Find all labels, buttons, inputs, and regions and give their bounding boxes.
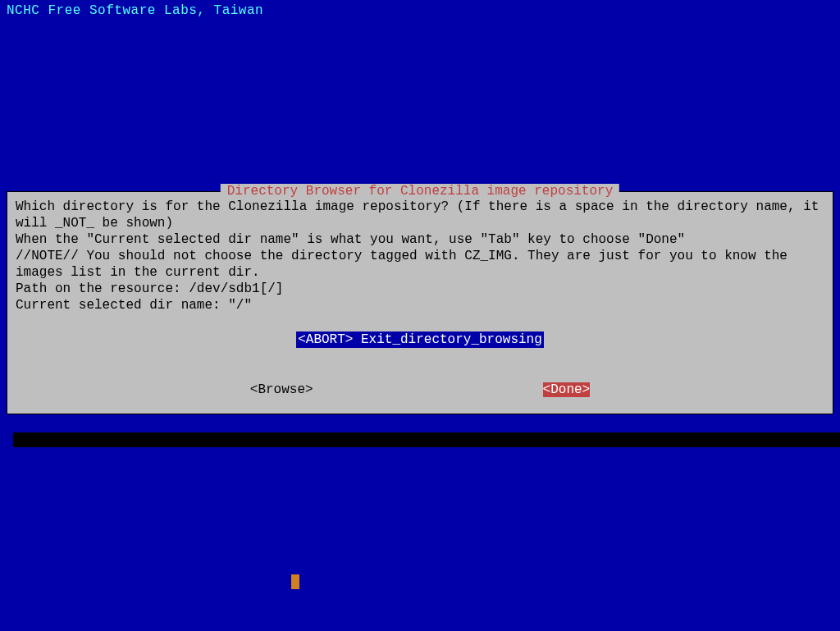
dialog-text-line5: Current selected dir name: "/" bbox=[16, 297, 824, 313]
dialog-title: Directory Browser for Clonezilla image r… bbox=[221, 184, 619, 199]
browse-button[interactable]: <Browse> bbox=[250, 382, 313, 397]
button-row: <Browse> <Done> bbox=[16, 382, 824, 397]
dialog-shadow bbox=[13, 432, 840, 447]
terminal-cursor bbox=[291, 574, 299, 589]
done-button[interactable]: <Done> bbox=[543, 382, 591, 397]
page-header: NCHC Free Software Labs, Taiwan bbox=[0, 0, 840, 21]
dialog-text-line3: //NOTE// You should not choose the direc… bbox=[16, 248, 824, 281]
dialog-text-line2: When the "Current selected dir name" is … bbox=[16, 231, 824, 248]
dialog-body: Which directory is for the Clonezilla im… bbox=[7, 192, 833, 414]
dialog-box: Directory Browser for Clonezilla image r… bbox=[7, 191, 833, 414]
menu-list: <ABORT> Exit_directory_browsing bbox=[16, 332, 824, 348]
abort-menu-item[interactable]: <ABORT> Exit_directory_browsing bbox=[296, 332, 544, 348]
dialog-text-line1: Which directory is for the Clonezilla im… bbox=[16, 199, 824, 231]
dialog-text-line4: Path on the resource: /dev/sdb1[/] bbox=[16, 281, 824, 297]
